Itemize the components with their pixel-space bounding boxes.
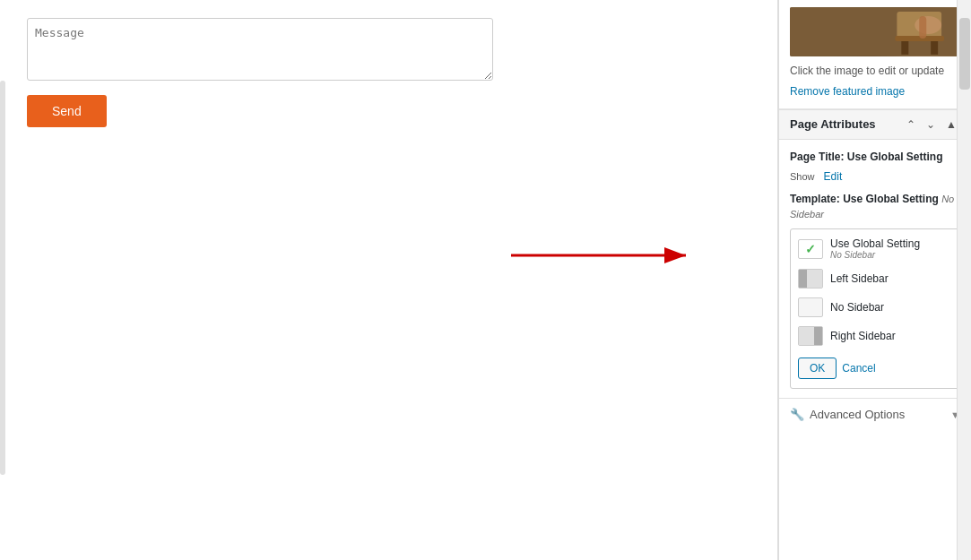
show-edit-row: Show Edit <box>790 168 960 185</box>
page-attributes-panel: Page Attributes ⌃ ⌄ ▲ Page Title: Use Gl… <box>779 109 971 560</box>
sidebar: Click the image to edit or update Remove… <box>778 0 971 560</box>
use-global-label: Use Global Setting No Sidebar <box>830 237 920 260</box>
dropdown-item-left-sidebar[interactable]: Left Sidebar <box>791 264 959 293</box>
advanced-options[interactable]: 🔧 Advanced Options ▼ <box>779 398 971 430</box>
ok-button[interactable]: OK <box>798 358 837 379</box>
show-label: Show <box>790 171 815 182</box>
page-title-value: Use Global Setting <box>847 151 943 163</box>
panel-controls: ⌃ ⌄ ▲ <box>903 117 960 132</box>
left-sidebar-label: Left Sidebar <box>830 272 889 285</box>
template-row: Template: Use Global Setting No Sidebar <box>790 192 960 222</box>
panel-body: Page Title: Use Global Setting Show Edit… <box>779 140 971 399</box>
send-button[interactable]: Send <box>27 95 107 127</box>
svg-rect-8 <box>919 16 926 39</box>
dropdown-actions: OK Cancel <box>791 350 959 384</box>
dropdown-item-use-global[interactable]: ✓ Use Global Setting No Sidebar <box>791 233 959 264</box>
checkmark-icon: ✓ <box>805 242 816 256</box>
page-title-row: Page Title: Use Global Setting <box>790 149 960 165</box>
page-title-label: Page Title: <box>790 151 844 163</box>
left-sidebar-icon <box>798 269 823 289</box>
form-area: Send <box>0 0 777 560</box>
dropdown-item-no-sidebar[interactable]: No Sidebar <box>791 293 959 322</box>
use-global-sub-label: No Sidebar <box>830 250 920 260</box>
svg-point-7 <box>915 16 941 34</box>
featured-image-section: Click the image to edit or update Remove… <box>779 0 971 109</box>
panel-collapse-down-button[interactable]: ⌄ <box>923 117 939 132</box>
right-sidebar-label: Right Sidebar <box>830 330 896 342</box>
wrench-icon: 🔧 <box>790 408 804 421</box>
advanced-options-label: Advanced Options <box>810 408 905 421</box>
panel-title: Page Attributes <box>790 117 876 131</box>
message-textarea[interactable] <box>27 18 493 81</box>
panel-collapse-up-button[interactable]: ⌃ <box>903 117 919 132</box>
no-sidebar-icon <box>798 297 823 317</box>
template-dropdown: ✓ Use Global Setting No Sidebar <box>790 228 960 389</box>
cancel-link[interactable]: Cancel <box>842 362 875 375</box>
main-content: Send <box>0 0 778 560</box>
panel-header: Page Attributes ⌃ ⌄ ▲ <box>779 109 971 140</box>
featured-image-caption: Click the image to edit or update <box>790 64 960 79</box>
edit-link[interactable]: Edit <box>824 170 843 183</box>
featured-image-thumbnail[interactable] <box>790 7 960 56</box>
scrollbar[interactable] <box>0 81 5 475</box>
use-global-icon: ✓ <box>798 239 823 259</box>
scroll-thumb[interactable] <box>959 18 970 90</box>
right-sidebar-icon <box>798 326 823 346</box>
scrollbar-right[interactable] <box>957 0 971 560</box>
remove-featured-image-link[interactable]: Remove featured image <box>790 85 905 98</box>
template-value: Use Global Setting <box>843 193 939 205</box>
dropdown-item-right-sidebar[interactable]: Right Sidebar <box>791 322 959 350</box>
template-label: Template: <box>790 193 840 205</box>
no-sidebar-label: No Sidebar <box>830 301 884 314</box>
